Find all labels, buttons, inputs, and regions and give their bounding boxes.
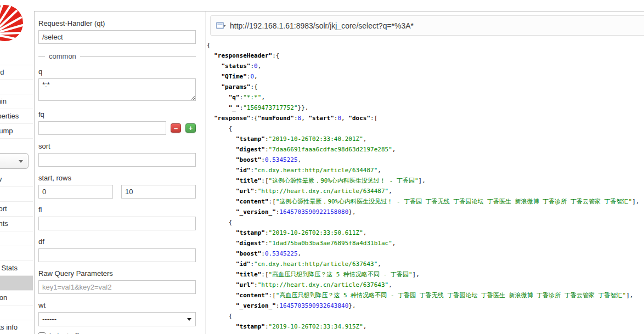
url-bar: http://192.168.1.61:8983/solr/jkj_core/s… [210, 15, 644, 36]
sidebar-item-logging[interactable]: Logging [0, 80, 33, 94]
fl-label: fl [38, 206, 196, 214]
raw-query-params-input[interactable] [38, 280, 196, 294]
json-line: "tstamp":"2019-10-26T02:33:50.611Z", [207, 228, 644, 238]
json-line: "params":{ [207, 82, 644, 92]
sidebar: Dashboard Logging Core Admin Java Proper… [0, 0, 33, 334]
json-line: "id":"cn.dxy.heart:http/article/637643", [207, 259, 644, 269]
json-line: "title":["高血压只想到降压？这 5 种情况略不同 - 丁香园"], [207, 269, 644, 280]
json-line: "QTime":0, [207, 71, 644, 82]
json-line: "_version_":1645703590922158080}, [207, 207, 644, 217]
json-line: "tstamp":"2019-10-26T02:33:40.201Z", [207, 134, 644, 144]
sidebar-item-replication[interactable]: Replication [0, 291, 33, 305]
json-line: { [207, 311, 644, 321]
select-arrow-icon [187, 318, 191, 321]
sidebar-item-query[interactable]: Query [0, 276, 33, 291]
json-line: "content":["高血压只想到降压？这 5 种情况略不同 - 丁香园 丁香… [207, 290, 644, 301]
json-line: "url":"http://heart.dxy.cn/article/63448… [207, 186, 644, 196]
json-line: { [207, 217, 644, 228]
json-line: "response":{"numFound":8, "start":0, "do… [207, 113, 644, 123]
sidebar-item-dashboard[interactable]: Dashboard [0, 65, 33, 80]
json-line: { [207, 40, 644, 50]
core-selector-dropdown[interactable] [0, 153, 29, 169]
sidebar-item-overview[interactable]: Overview [0, 172, 33, 187]
json-line: "boost":0.5345225, [207, 155, 644, 165]
sidebar-item-schema[interactable]: Schema [0, 305, 33, 320]
json-line: "digest":"1dad75ba0b3ba3ae76895f8a4d31b1… [207, 238, 644, 248]
json-line: "content":["这例心源性晕厥，90%心内科医生没见过！ - 丁香园 丁… [207, 196, 644, 207]
sidebar-item-core-admin[interactable]: Core Admin [0, 94, 33, 109]
sidebar-item-ping[interactable]: Ping [0, 246, 33, 261]
sidebar-item-plugins-stats[interactable]: Plugins / Stats [0, 261, 33, 276]
url-link-icon[interactable] [216, 22, 226, 30]
sidebar-item-dataimport[interactable]: Dataimport [0, 202, 33, 217]
fq-label: fq [38, 110, 196, 118]
query-form-column: Request-Handler (qt) common q *:* fq – +… [35, 12, 206, 334]
wt-label: wt [38, 301, 196, 309]
json-line: "tstamp":"2019-10-26T02:33:34.915Z", [207, 321, 644, 332]
json-line: "responseHeader":{ [207, 50, 644, 61]
sidebar-item-analysis[interactable]: Analysis [0, 187, 33, 202]
red-fan-logo [0, 3, 25, 43]
fl-input[interactable] [38, 217, 196, 230]
json-response: { "responseHeader":{ "status":0, "QTime"… [207, 40, 644, 334]
add-fq-button[interactable]: + [185, 123, 196, 133]
json-line: "digest":"7daa6691faaa6cdfac98d63d2197e2… [207, 144, 644, 155]
json-line: "url":"http://heart.dxy.cn/article/63764… [207, 280, 644, 290]
core-menu: Overview Analysis Dataimport Documents F… [0, 172, 33, 334]
df-label: df [38, 237, 196, 246]
request-url-link[interactable]: http://192.168.1.61:8983/solr/jkj_core/s… [230, 21, 414, 30]
sidebar-item-segments-info[interactable]: Segments info [0, 320, 33, 334]
q-label: q [38, 67, 196, 76]
rows-input[interactable] [121, 185, 196, 199]
indent-off-label: indent off [49, 332, 78, 334]
sort-input[interactable] [38, 153, 196, 167]
json-line: "q":"*:*", [207, 92, 644, 103]
sidebar-item-files[interactable]: Files [0, 231, 33, 246]
sidebar-item-thread-dump[interactable]: Thread Dump [0, 124, 33, 139]
q-textarea[interactable]: *:* [38, 78, 196, 101]
sidebar-item-documents[interactable]: Documents [0, 217, 33, 231]
df-input[interactable] [38, 248, 196, 262]
json-line: "boost":0.5345225, [207, 248, 644, 259]
common-section-legend: common [38, 52, 196, 60]
request-handler-label: Request-Handler (qt) [38, 19, 196, 27]
json-line: "id":"cn.dxy.heart:http/article/634487", [207, 165, 644, 176]
json-line: "_version_":1645703590932643840}, [207, 301, 644, 311]
raw-query-params-label: Raw Query Parameters [38, 269, 196, 278]
sort-label: sort [38, 142, 196, 150]
json-line: "title":["这例心源性晕厥，90%心内科医生没见过！ - 丁香园"], [207, 176, 644, 186]
sidebar-item-java-properties[interactable]: Java Properties [0, 109, 33, 124]
wt-select[interactable]: ------ [38, 312, 196, 326]
start-rows-label: start, rows [38, 174, 196, 182]
start-input[interactable] [38, 185, 113, 199]
admin-menu: Dashboard Logging Core Admin Java Proper… [0, 65, 33, 139]
remove-fq-button[interactable]: – [171, 123, 181, 133]
request-handler-input[interactable] [38, 30, 196, 44]
json-line: { [207, 123, 644, 134]
json-line: "_":"1569473717752"}}, [207, 103, 644, 113]
json-line: "status":0, [207, 61, 644, 71]
chevron-down-icon [19, 160, 23, 163]
solr-query-page: Dashboard Logging Core Admin Java Proper… [0, 0, 644, 334]
fq-input[interactable] [38, 121, 166, 135]
